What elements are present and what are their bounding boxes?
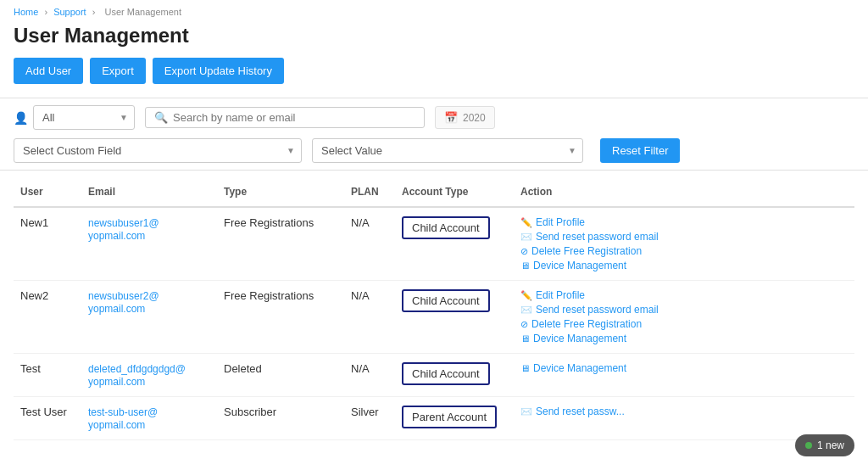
add-user-button[interactable]: Add User — [14, 58, 83, 84]
value-select-wrapper: Select Value ▼ — [312, 138, 583, 163]
cell-action: ✉️Send reset passw... — [514, 397, 854, 440]
cell-action: ✏️Edit Profile✉️Send reset password emai… — [514, 207, 854, 281]
cell-email: newsubuser2@yopmail.com — [81, 281, 217, 354]
action-link[interactable]: ✉️Send reset password email — [520, 304, 848, 316]
cell-email: test-sub-user@yopmail.com — [81, 397, 217, 440]
value-select[interactable]: Select Value — [312, 138, 583, 163]
cell-type: Free Registrations — [217, 207, 344, 281]
email-link[interactable]: newsubuser1@yopmail.com — [88, 217, 159, 242]
search-input[interactable] — [173, 111, 415, 124]
cell-plan: Silver — [344, 397, 395, 440]
custom-field-select[interactable]: Select Custom Field — [14, 138, 302, 163]
cell-account-type: Child Account — [395, 354, 514, 397]
user-icon: 👤 — [14, 111, 28, 125]
export-update-history-button[interactable]: Export Update History — [153, 58, 284, 84]
col-header-plan: PLAN — [344, 177, 395, 207]
account-type-badge: Child Account — [402, 362, 490, 385]
action-icon: ✏️ — [520, 290, 532, 301]
cell-email: deleted_dfdgdgdgd@yopmail.com — [81, 354, 217, 397]
account-type-badge: Child Account — [402, 216, 490, 239]
date-value: 2020 — [463, 112, 486, 124]
col-header-type: Type — [217, 177, 344, 207]
action-icon: ⊘ — [520, 246, 528, 257]
cell-email: newsubuser1@yopmail.com — [81, 207, 217, 281]
cell-user: Test — [14, 354, 81, 397]
cell-type: Deleted — [217, 354, 344, 397]
action-icon: ⊘ — [520, 319, 528, 330]
action-icon: ✏️ — [520, 217, 532, 228]
col-header-action: Action — [514, 177, 854, 207]
col-header-user: User — [14, 177, 81, 207]
cell-user: New2 — [14, 281, 81, 354]
col-header-email: Email — [81, 177, 217, 207]
action-link[interactable]: 🖥Device Management — [520, 260, 848, 271]
users-table: User Email Type PLAN Account Type Action… — [14, 177, 854, 440]
action-link[interactable]: ⊘Delete Free Registration — [520, 245, 848, 257]
col-header-account-type: Account Type — [395, 177, 514, 207]
action-icon: ✉️ — [520, 232, 532, 243]
users-table-container: User Email Type PLAN Account Type Action… — [0, 171, 868, 440]
action-link[interactable]: 🖥Device Management — [520, 362, 848, 374]
search-wrapper: 🔍 — [145, 107, 425, 128]
breadcrumb-current: User Management — [104, 7, 181, 17]
cell-user: Test User — [14, 397, 81, 440]
toolbar: Add User Export Export Update History — [0, 58, 868, 98]
cell-action: 🖥Device Management — [514, 354, 854, 397]
cell-type: Free Registrations — [217, 281, 344, 354]
table-row: New2newsubuser2@yopmail.comFree Registra… — [14, 281, 854, 354]
action-link[interactable]: 🖥Device Management — [520, 333, 848, 344]
action-link[interactable]: ✉️Send reset passw... — [520, 406, 848, 417]
chat-label: 1 new — [817, 439, 844, 440]
user-filter-select[interactable]: All — [33, 105, 135, 130]
action-icon: 🖥 — [520, 260, 530, 271]
custom-field-select-wrapper: Select Custom Field ▼ — [14, 138, 302, 163]
reset-filter-button[interactable]: Reset Filter — [600, 138, 680, 163]
cell-user: New1 — [14, 207, 81, 281]
action-icon: 🖥 — [520, 363, 530, 373]
action-link[interactable]: ✏️Edit Profile — [520, 289, 848, 301]
action-link[interactable]: ✏️Edit Profile — [520, 216, 848, 228]
table-row: Testdeleted_dfdgdgdgd@yopmail.comDeleted… — [14, 354, 854, 397]
cell-plan: N/A — [344, 281, 395, 354]
table-row: Test Usertest-sub-user@yopmail.comSubscr… — [14, 397, 854, 440]
export-button[interactable]: Export — [90, 58, 146, 84]
account-type-badge: Parent Account — [402, 406, 497, 428]
search-icon: 🔍 — [154, 111, 168, 124]
action-link[interactable]: ✉️Send reset password email — [520, 231, 848, 243]
table-row: New1newsubuser1@yopmail.comFree Registra… — [14, 207, 854, 281]
cell-account-type: Parent Account — [395, 397, 514, 440]
action-icon: ✉️ — [520, 305, 532, 316]
table-header-row: User Email Type PLAN Account Type Action — [14, 177, 854, 207]
cell-action: ✏️Edit Profile✉️Send reset password emai… — [514, 281, 854, 354]
breadcrumb-support[interactable]: Support — [53, 7, 86, 17]
page-title: User Management — [0, 20, 868, 58]
breadcrumb-home[interactable]: Home — [14, 7, 38, 17]
cell-plan: N/A — [344, 207, 395, 281]
date-wrapper: 📅 2020 — [435, 106, 495, 129]
breadcrumb: Home › Support › User Management — [0, 0, 868, 20]
account-type-badge: Child Account — [402, 289, 490, 312]
email-link[interactable]: newsubuser2@yopmail.com — [88, 290, 159, 315]
user-filter-wrapper: 👤 All ▼ — [14, 105, 135, 130]
filters-section: 👤 All ▼ 🔍 📅 2020 Select Custom Field ▼ — [0, 98, 868, 171]
user-filter-select-wrapper: All ▼ — [33, 105, 135, 130]
cell-plan: N/A — [344, 354, 395, 397]
email-link[interactable]: deleted_dfdgdgdgd@yopmail.com — [88, 363, 186, 388]
chat-bubble[interactable]: 1 new — [795, 434, 854, 440]
action-link[interactable]: ⊘Delete Free Registration — [520, 318, 848, 330]
cell-type: Subscriber — [217, 397, 344, 440]
cell-account-type: Child Account — [395, 281, 514, 354]
calendar-icon: 📅 — [444, 111, 458, 124]
email-link[interactable]: test-sub-user@yopmail.com — [88, 406, 158, 431]
cell-account-type: Child Account — [395, 207, 514, 281]
action-icon: ✉️ — [520, 406, 532, 417]
action-icon: 🖥 — [520, 333, 530, 344]
